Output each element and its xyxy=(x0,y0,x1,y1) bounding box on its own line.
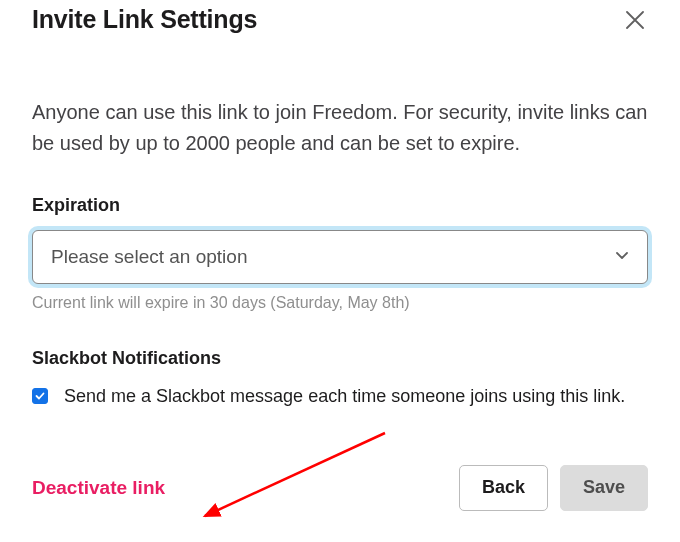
modal-description: Anyone can use this link to join Freedom… xyxy=(32,97,648,159)
modal-title: Invite Link Settings xyxy=(32,5,257,34)
button-group: Back Save xyxy=(459,465,648,511)
modal-header: Invite Link Settings xyxy=(32,0,648,37)
close-icon xyxy=(626,7,644,34)
back-button[interactable]: Back xyxy=(459,465,548,511)
modal-footer: Deactivate link Back Save xyxy=(32,465,648,511)
deactivate-link-button[interactable]: Deactivate link xyxy=(32,477,165,499)
save-button[interactable]: Save xyxy=(560,465,648,511)
expiration-helper-text: Current link will expire in 30 days (Sat… xyxy=(32,294,648,312)
notifications-checkbox-row: Send me a Slackbot message each time som… xyxy=(32,383,648,411)
expiration-select-value: Please select an option xyxy=(51,246,247,268)
notifications-label: Slackbot Notifications xyxy=(32,348,648,369)
expiration-label: Expiration xyxy=(32,195,648,216)
close-button[interactable] xyxy=(622,5,648,37)
notifications-checkbox[interactable] xyxy=(32,388,48,404)
expiration-select[interactable]: Please select an option xyxy=(32,230,648,284)
invite-link-settings-modal: Invite Link Settings Anyone can use this… xyxy=(0,0,680,511)
notifications-checkbox-label: Send me a Slackbot message each time som… xyxy=(64,383,625,411)
checkmark-icon xyxy=(35,391,45,401)
expiration-select-wrap: Please select an option xyxy=(32,230,648,284)
